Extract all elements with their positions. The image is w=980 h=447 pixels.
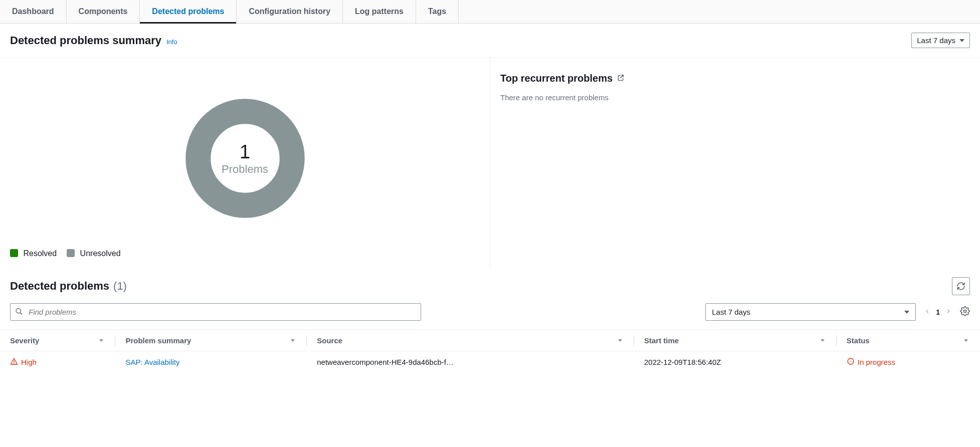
- search-input[interactable]: [10, 303, 421, 321]
- severity-text: High: [21, 358, 37, 366]
- col-start[interactable]: Start time: [634, 330, 837, 351]
- info-link[interactable]: Info: [166, 38, 177, 46]
- col-status[interactable]: Status: [837, 330, 980, 351]
- caret-down-icon: [959, 39, 964, 42]
- summary-title: Detected problems summary Info: [10, 34, 177, 47]
- table-header-row: Severity Problem summary Source Start ti…: [0, 330, 980, 351]
- tab-tags[interactable]: Tags: [416, 0, 459, 23]
- tab-label: Detected problems: [152, 7, 224, 16]
- external-link-icon[interactable]: [617, 73, 625, 84]
- donut-wrap: 1 Problems: [10, 73, 480, 244]
- recurrent-title-text: Top recurrent problems: [500, 73, 613, 84]
- sort-icon: [99, 339, 103, 342]
- donut-count: 1: [240, 141, 250, 163]
- svg-point-5: [850, 361, 851, 361]
- swatch-unresolved: [67, 249, 75, 257]
- svg-point-6: [852, 361, 852, 361]
- tab-configuration-history[interactable]: Configuration history: [237, 0, 343, 23]
- svg-point-2: [964, 310, 966, 313]
- toolbar-right: Last 7 days 1: [705, 303, 970, 321]
- list-toolbar: Last 7 days 1: [0, 299, 980, 330]
- col-summary[interactable]: Problem summary: [115, 330, 307, 351]
- next-page-button[interactable]: [945, 308, 952, 316]
- list-count: (1): [113, 280, 127, 293]
- summary-range-label: Last 7 days: [917, 36, 955, 45]
- svg-point-1: [16, 308, 21, 313]
- svg-point-4: [849, 361, 850, 361]
- tabs-bar: Dashboard Components Detected problems C…: [0, 0, 980, 24]
- legend-item-unresolved: Unresolved: [67, 249, 120, 258]
- swatch-resolved: [10, 249, 18, 257]
- chart-legend: Resolved Unresolved: [10, 244, 480, 258]
- summary-header: Detected problems summary Info Last 7 da…: [0, 24, 980, 58]
- problems-table: Severity Problem summary Source Start ti…: [0, 330, 980, 373]
- page-number: 1: [936, 308, 940, 316]
- tab-label: Components: [79, 7, 128, 16]
- sort-icon: [964, 339, 968, 342]
- table-row: High SAP: Availability netweavercomponen…: [0, 351, 980, 373]
- tab-log-patterns[interactable]: Log patterns: [343, 0, 416, 23]
- pager: 1: [924, 308, 952, 316]
- tab-label: Log patterns: [355, 7, 404, 16]
- col-label: Status: [847, 336, 870, 345]
- sort-icon: [291, 339, 295, 342]
- recurrent-pane: Top recurrent problems There are no recu…: [490, 58, 980, 268]
- legend-item-resolved: Resolved: [10, 249, 57, 258]
- tab-label: Tags: [428, 7, 446, 16]
- list-range-label: Last 7 days: [712, 308, 750, 316]
- col-source[interactable]: Source: [307, 330, 634, 351]
- sort-icon: [821, 339, 825, 342]
- col-label: Start time: [644, 336, 679, 345]
- status-text: In progress: [858, 358, 895, 366]
- recurrent-empty-text: There are no recurrent problems: [500, 93, 970, 102]
- search-box: [10, 303, 421, 321]
- recurrent-title: Top recurrent problems: [500, 73, 970, 84]
- tab-label: Dashboard: [12, 7, 54, 16]
- list-header: Detected problems (1): [0, 268, 980, 299]
- tab-label: Configuration history: [249, 7, 330, 16]
- source-text: netweavercomponent-HE4-9da46bcb-f…: [317, 358, 454, 366]
- problem-summary-link[interactable]: SAP: Availability: [125, 358, 179, 366]
- prev-page-button[interactable]: [924, 308, 931, 316]
- warning-icon: [10, 357, 18, 367]
- list-range-select[interactable]: Last 7 days: [705, 303, 916, 321]
- summary-body: 1 Problems Resolved Unresolved Top recur…: [0, 58, 980, 268]
- legend-label: Unresolved: [80, 249, 121, 258]
- problems-donut: 1 Problems: [182, 96, 308, 221]
- search-icon: [15, 307, 23, 317]
- tab-detected-problems[interactable]: Detected problems: [140, 0, 237, 23]
- col-label: Severity: [10, 336, 39, 345]
- list-title: Detected problems (1): [10, 280, 127, 293]
- tab-components[interactable]: Components: [67, 0, 140, 23]
- refresh-button[interactable]: [952, 277, 970, 295]
- legend-label: Resolved: [23, 249, 57, 258]
- col-label: Problem summary: [125, 336, 191, 345]
- in-progress-icon: [847, 357, 855, 367]
- sort-icon: [618, 339, 622, 342]
- col-severity[interactable]: Severity: [0, 330, 115, 351]
- list-title-text: Detected problems: [10, 280, 109, 293]
- status-cell: In progress: [847, 357, 970, 367]
- col-label: Source: [317, 336, 342, 345]
- severity-cell: High: [10, 357, 105, 367]
- chart-pane: 1 Problems Resolved Unresolved: [0, 58, 490, 268]
- summary-title-text: Detected problems summary: [10, 34, 161, 47]
- donut-label: Problems: [222, 163, 268, 176]
- summary-range-select[interactable]: Last 7 days: [911, 33, 970, 48]
- caret-down-icon: [904, 311, 909, 314]
- start-time-text: 2022-12-09T18:56:40Z: [644, 358, 721, 366]
- settings-button[interactable]: [960, 306, 970, 318]
- tab-dashboard[interactable]: Dashboard: [0, 0, 67, 23]
